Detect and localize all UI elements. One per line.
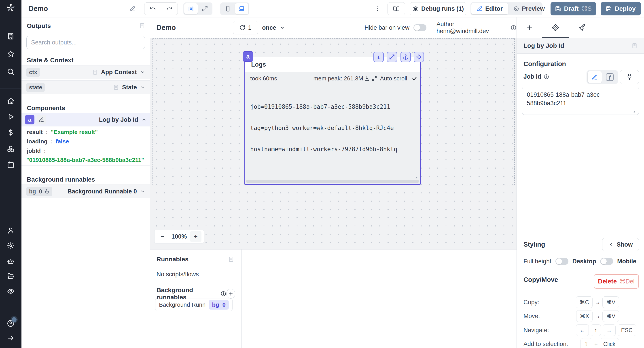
edit-title-pencil-icon[interactable] — [129, 5, 136, 12]
deploy-button[interactable]: Deploy — [600, 2, 641, 15]
connect-plug-button[interactable] — [620, 70, 639, 84]
output-loading-row[interactable]: loading : false — [27, 138, 69, 145]
tab-styling-brush-icon[interactable] — [569, 17, 594, 38]
log-component[interactable]: Logs took 60ms mem peak: 261.3MB Auto sc… — [244, 57, 420, 185]
info-icon[interactable] — [510, 25, 516, 31]
tab-component-settings-icon[interactable] — [543, 17, 568, 38]
zoom-out-button[interactable]: − — [157, 231, 168, 242]
search-icon[interactable] — [7, 68, 14, 75]
component-row[interactable]: a Log by Job Id — [22, 113, 150, 126]
state-row[interactable]: state State — [22, 80, 150, 94]
bg-runnable-list-item[interactable]: Background Runna... bg_0 — [155, 298, 232, 311]
component-expand-button[interactable] — [387, 52, 397, 62]
component-anchor-button[interactable] — [400, 52, 411, 62]
settings-gear-icon[interactable] — [7, 242, 14, 249]
state-label: State — [122, 84, 137, 91]
search-outputs-input[interactable] — [26, 36, 145, 49]
centered-layout-button[interactable] — [184, 3, 198, 14]
full-height-toggle[interactable] — [556, 258, 568, 265]
refresh-count-button[interactable]: 1 — [233, 21, 258, 34]
audit-eye-icon[interactable] — [7, 288, 14, 295]
expand-logs-icon[interactable] — [372, 76, 377, 81]
kbd-cmd-v: ⌘V — [602, 310, 619, 322]
runs-play-icon[interactable] — [7, 113, 14, 121]
folders-icon[interactable] — [7, 272, 14, 280]
result-value: "Example result" — [51, 129, 98, 136]
info-icon[interactable] — [220, 291, 226, 297]
runnables-doc-icon[interactable] — [228, 256, 234, 262]
chevron-down-icon — [279, 25, 285, 31]
rename-component-pencil-icon[interactable] — [37, 115, 46, 124]
canvas-zoom-control: − 100% + — [154, 230, 204, 243]
workspace-building-icon[interactable] — [7, 32, 14, 40]
zoom-in-button[interactable]: + — [190, 231, 202, 242]
save-icon — [606, 6, 612, 12]
component-doc-icon[interactable] — [632, 43, 638, 49]
kbd-arrow-right: → — [603, 324, 616, 336]
values-divider — [22, 165, 150, 166]
textarea-resize-handle[interactable] — [631, 109, 636, 113]
output-jobid-row[interactable]: jobId : — [27, 148, 46, 154]
home-icon[interactable] — [7, 97, 14, 105]
styling-show-button[interactable]: Show — [602, 238, 639, 251]
expression-f-button[interactable]: f — [603, 71, 617, 83]
desktop-toggle[interactable] — [600, 258, 613, 265]
favorites-star-icon[interactable] — [7, 50, 14, 58]
refresh-count: 1 — [248, 24, 251, 31]
redo-button[interactable] — [161, 3, 178, 15]
run-mode-dropdown[interactable]: once — [262, 17, 285, 38]
layout-width-segment — [183, 2, 212, 15]
info-icon[interactable] — [544, 74, 549, 80]
docs-book-button[interactable] — [388, 2, 405, 15]
delete-component-button[interactable]: Delete ⌘Del — [594, 274, 639, 289]
ctx-row[interactable]: ctx App Context — [22, 65, 150, 79]
download-logs-icon[interactable] — [364, 76, 370, 81]
runnables-panel: Runnables No scripts/flows Background ru… — [150, 249, 516, 348]
mobile-view-button[interactable] — [221, 3, 234, 14]
workers-robot-icon[interactable] — [7, 258, 14, 265]
expand-rail-arrow-icon[interactable] — [7, 334, 14, 342]
configuration-heading: Configuration — [524, 60, 566, 68]
job-id-input[interactable]: 01910865-188a-bab7-a3ec-588b9ba3c211 — [522, 87, 639, 115]
hide-bar-label: Hide bar on view — [364, 24, 410, 31]
user-icon[interactable] — [7, 227, 14, 234]
add-bg-runnable-button[interactable] — [226, 289, 235, 299]
more-options-kebab-icon[interactable] — [374, 5, 380, 13]
hide-bar-toggle[interactable] — [414, 24, 426, 31]
component-id-badge[interactable]: a — [25, 115, 34, 124]
resources-boxes-icon[interactable] — [7, 145, 14, 153]
undo-button[interactable] — [144, 3, 161, 15]
navigate-label: Navigate: — [524, 327, 549, 334]
component-fill-height-button[interactable] — [374, 52, 384, 62]
bg-runnable-row[interactable]: bg_0 Background Runnable 0 — [22, 184, 150, 198]
tab-insert-plus-icon[interactable] — [517, 17, 542, 38]
static-value-pencil-button[interactable] — [588, 71, 602, 83]
variables-dollar-icon[interactable] — [7, 129, 14, 136]
tab-preview[interactable]: Preview — [508, 3, 550, 14]
log-viewer[interactable]: took 60ms mem peak: 261.3MB Auto scroll — [245, 72, 420, 184]
draft-button[interactable]: Draft ⌘S — [550, 2, 596, 15]
jobid-field-label-row: Job Id — [524, 73, 549, 80]
outputs-doc-icon[interactable] — [139, 23, 145, 29]
desktop-view-button[interactable] — [235, 3, 248, 14]
output-jobid-value-row[interactable]: "01910865-188a-bab7-a3ec-588b9ba3c211" — [26, 157, 144, 164]
full-width-layout-button[interactable] — [198, 3, 212, 14]
output-result-row[interactable]: result : "Example result" — [27, 129, 98, 136]
section-divider — [517, 271, 644, 271]
windmill-logo-icon[interactable] — [6, 3, 16, 15]
deploy-label: Deploy — [615, 5, 636, 12]
debug-runs-button[interactable]: Debug runs (1) — [410, 2, 466, 15]
add-selection-label: Add to selection: — [524, 341, 568, 348]
autoscroll-checkbox[interactable] — [412, 76, 417, 81]
component-resize-handle[interactable] — [413, 174, 418, 179]
tab-editor[interactable]: Editor — [471, 3, 508, 14]
copy-keys: ⌘C → ⌘V — [576, 296, 619, 308]
app-canvas[interactable]: a Logs took 60ms mem peak: 261.3MB — [150, 38, 516, 249]
ctx-badge: ctx — [26, 68, 40, 77]
selected-component-badge[interactable]: a — [242, 51, 253, 62]
canvas-header: Demo 1 once Hide bar on view Author henr… — [150, 17, 516, 38]
schedules-calendar-icon[interactable] — [7, 161, 14, 169]
bg0-badge[interactable]: bg_0 — [26, 187, 52, 196]
log-horizontal-scrollbar[interactable] — [246, 180, 419, 183]
component-move-handle[interactable] — [414, 52, 424, 62]
